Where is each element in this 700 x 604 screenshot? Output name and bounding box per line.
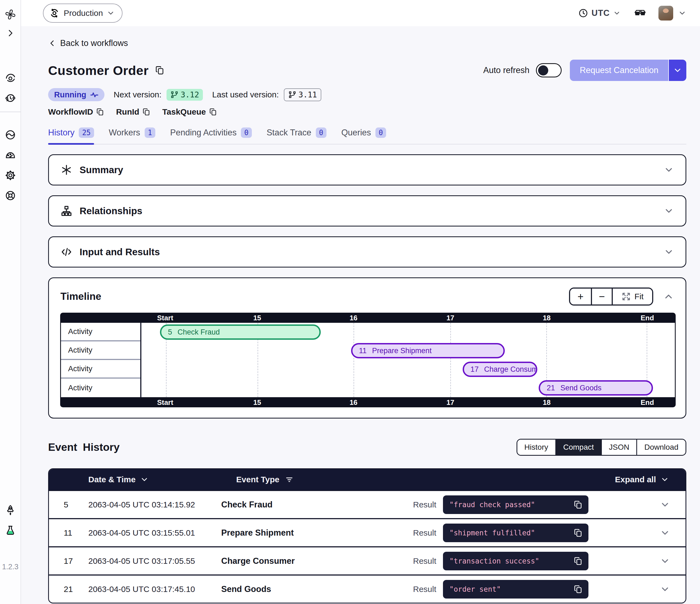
- relationships-title: Relationships: [80, 206, 142, 216]
- result-label: Result: [413, 585, 436, 594]
- row-expand-chevron-down-icon[interactable]: [660, 528, 670, 538]
- column-header-event-type[interactable]: Event Type: [236, 475, 294, 484]
- bar-event-name: Check Fraud: [177, 328, 220, 336]
- relationships-section-header[interactable]: Relationships: [49, 196, 685, 226]
- timeline-axis-bottom: Start15161718End: [60, 397, 676, 407]
- sidebar-item-getting-started-rocket-icon[interactable]: [4, 504, 17, 516]
- bar-event-name: Send Goods: [560, 384, 602, 392]
- sidebar-divider: [0, 112, 21, 112]
- event-history-table: Date & Time Event Type Expand all 5 2063…: [48, 468, 686, 603]
- user-menu-chevron-down-icon[interactable]: [678, 9, 686, 17]
- chevron-down-icon: [107, 9, 115, 17]
- result-label: Result: [413, 556, 436, 566]
- namespace-selector[interactable]: Production: [43, 4, 123, 23]
- copy-icon: [96, 107, 104, 116]
- expand-all-label: Expand all: [615, 475, 656, 484]
- view-button-download[interactable]: Download: [636, 440, 685, 455]
- view-button-history[interactable]: History: [517, 440, 555, 455]
- timeline-zoom-controls: + − Fit: [569, 288, 653, 306]
- auto-refresh-toggle[interactable]: [536, 63, 561, 77]
- sidebar-item-namespaces-icon[interactable]: [4, 128, 17, 141]
- request-cancelation-button[interactable]: Request Cancelation: [570, 59, 668, 81]
- column-header-datetime[interactable]: Date & Time: [88, 475, 149, 484]
- sitemap-icon: [60, 205, 72, 217]
- chevron-down-icon: [613, 9, 621, 17]
- copy-icon[interactable]: [573, 584, 583, 594]
- tab-queries[interactable]: Queries 0: [341, 127, 386, 144]
- back-to-workflows-link[interactable]: Back to workflows: [48, 38, 686, 48]
- copy-icon: [142, 107, 151, 116]
- summary-title: Summary: [80, 164, 123, 175]
- row-expand-chevron-down-icon[interactable]: [660, 556, 670, 566]
- tab-stack-trace[interactable]: Stack Trace 0: [267, 127, 326, 144]
- datetime-column-label: Date & Time: [88, 475, 135, 484]
- tab-pending-activities[interactable]: Pending Activities 0: [170, 127, 252, 144]
- timeline-bar-charge-consumer[interactable]: 17 Charge Consumer: [462, 362, 537, 377]
- event-id: 5: [64, 500, 88, 509]
- row-expand-chevron-down-icon[interactable]: [660, 584, 670, 595]
- chevron-down-icon: [664, 165, 674, 175]
- input-results-title: Input and Results: [80, 246, 160, 258]
- temporal-logo-icon[interactable]: [4, 8, 17, 21]
- timeline-bar-check-fraud[interactable]: 5 Check Fraud: [160, 324, 321, 340]
- zoom-out-button[interactable]: −: [591, 289, 612, 305]
- sidebar-item-usage-icon[interactable]: [4, 149, 17, 162]
- glasses-icon[interactable]: [634, 7, 646, 19]
- cancelation-options-dropdown[interactable]: [668, 59, 686, 81]
- copy-task-queue[interactable]: TaskQueue: [162, 107, 217, 117]
- tab-history[interactable]: History 25: [48, 127, 94, 144]
- event-row-charge-consumer[interactable]: 17 2063-04-05 UTC 03:17:05.55 Charge Con…: [49, 546, 685, 575]
- namespace-cycle-icon: [49, 8, 60, 19]
- sidebar-item-schedules-icon[interactable]: [4, 92, 17, 104]
- timeline-collapse-chevron-up-icon[interactable]: [663, 291, 674, 302]
- bar-event-name: Prepare Shipment: [372, 346, 432, 355]
- event-type: Send Goods: [221, 584, 342, 594]
- sidebar-expand-chevron-right-icon[interactable]: [4, 27, 17, 40]
- chevron-down-icon: [660, 475, 669, 484]
- axis-tick-label: 17: [447, 313, 454, 322]
- zoom-in-button[interactable]: +: [570, 289, 591, 305]
- event-row-check-fraud[interactable]: 5 2063-04-05 UTC 03:14:15.92 Check Fraud…: [49, 490, 685, 518]
- sidebar-item-support-icon[interactable]: [4, 189, 17, 202]
- copy-workflow-id[interactable]: WorkflowID: [48, 107, 104, 117]
- sidebar-item-labs-flask-icon[interactable]: [4, 524, 17, 536]
- copy-icon[interactable]: [573, 556, 583, 566]
- user-avatar[interactable]: [658, 6, 673, 21]
- copy-icon[interactable]: [573, 528, 583, 538]
- chevron-down-icon: [664, 247, 674, 257]
- sidebar-item-settings-gear-icon[interactable]: [4, 169, 17, 182]
- input-results-section-header[interactable]: Input and Results: [49, 237, 685, 267]
- fit-button[interactable]: Fit: [612, 289, 652, 305]
- timezone-selector[interactable]: UTC: [578, 8, 621, 18]
- axis-tick-label: 16: [349, 398, 357, 407]
- bar-event-name: Charge Consumer: [484, 365, 537, 374]
- timeline-bar-prepare-shipment[interactable]: 11 Prepare Shipment: [351, 343, 505, 358]
- timeline-bar-send-goods[interactable]: 21 Send Goods: [539, 380, 653, 395]
- auto-refresh-label: Auto refresh: [483, 65, 529, 75]
- view-button-compact[interactable]: Compact: [555, 440, 601, 455]
- last-used-version-value: 3.11: [299, 90, 317, 99]
- bar-event-id: 17: [471, 365, 479, 374]
- view-button-json[interactable]: JSON: [601, 440, 636, 455]
- copy-workflow-name-icon[interactable]: [154, 65, 165, 75]
- row-expand-chevron-down-icon[interactable]: [660, 500, 670, 510]
- expand-all-button[interactable]: Expand all: [615, 475, 669, 484]
- tab-workers[interactable]: Workers 1: [109, 127, 155, 144]
- event-type: Charge Consumer: [221, 556, 342, 566]
- workflow-tabs: History 25 Workers 1 Pending Activities …: [48, 127, 686, 144]
- event-timestamp: 2063-04-05 UTC 03:15:55.01: [88, 528, 203, 537]
- axis-tick-label: 17: [447, 398, 454, 407]
- summary-section-header[interactable]: Summary: [49, 155, 685, 185]
- event-history-view-switcher: History Compact JSON Download: [517, 439, 686, 456]
- result-value-pill: "shipment fulfilled": [443, 524, 589, 542]
- timeline-row-label: Activity: [61, 379, 140, 397]
- sidebar-item-workflows-icon[interactable]: [4, 72, 17, 84]
- axis-tick-label: End: [641, 313, 654, 322]
- event-row-prepare-shipment[interactable]: 11 2063-04-05 UTC 03:15:55.01 Prepare Sh…: [49, 518, 685, 546]
- task-queue-label: TaskQueue: [162, 107, 206, 117]
- git-branch-icon: [288, 91, 296, 99]
- copy-run-id[interactable]: RunId: [116, 107, 151, 117]
- copy-icon[interactable]: [573, 500, 583, 510]
- app-version: 1.2.3: [2, 563, 18, 571]
- event-row-send-goods[interactable]: 21 2063-04-05 UTC 03:17:45.10 Send Goods…: [49, 575, 685, 603]
